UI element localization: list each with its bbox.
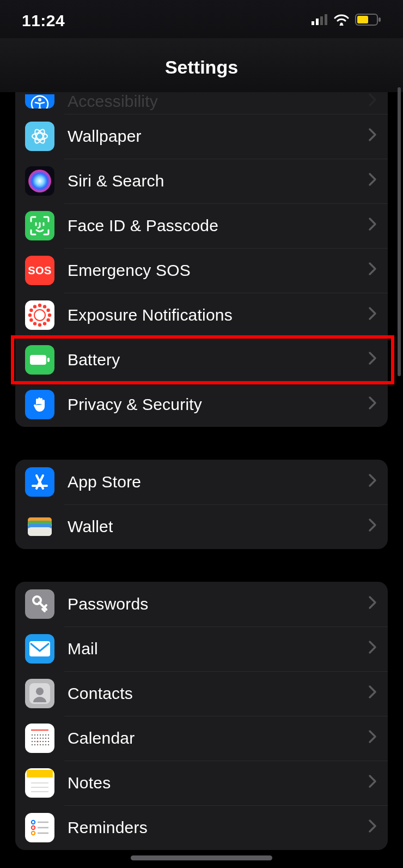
chevron-right-icon (368, 306, 377, 324)
svg-point-28 (46, 309, 50, 312)
settings-row-calendar[interactable]: Calendar (15, 716, 388, 761)
row-label: Siri & Search (68, 172, 368, 190)
svg-point-49 (42, 734, 44, 736)
svg-point-51 (48, 734, 49, 736)
svg-rect-30 (47, 358, 50, 362)
wallet-icon (25, 512, 54, 541)
settings-row-passwords[interactable]: Passwords (15, 582, 388, 626)
chevron-right-icon (368, 216, 377, 235)
svg-point-56 (42, 738, 44, 739)
settings-row-siri-search[interactable]: Siri & Search (15, 159, 388, 203)
svg-point-52 (32, 738, 33, 739)
settings-row-app-store[interactable]: App Store (15, 460, 388, 504)
row-label: Emergency SOS (68, 261, 368, 280)
svg-point-67 (34, 744, 35, 745)
svg-rect-7 (357, 16, 368, 23)
settings-row-exposure-notifications[interactable]: Exposure Notifications (15, 293, 388, 337)
siri-icon (25, 166, 54, 196)
notes-icon (25, 768, 54, 798)
svg-point-23 (28, 314, 32, 317)
home-indicator[interactable] (131, 855, 272, 860)
svg-point-43 (36, 688, 44, 695)
row-label: Wallet (68, 517, 368, 536)
svg-rect-38 (28, 527, 52, 536)
svg-point-58 (48, 738, 49, 739)
contacts-icon (25, 679, 54, 708)
settings-row-contacts[interactable]: Contacts (15, 671, 388, 716)
row-label: Privacy & Security (68, 395, 368, 414)
chevron-right-icon (368, 818, 377, 837)
chevron-right-icon (368, 395, 377, 414)
settings-row-reminders[interactable]: Reminders (15, 805, 388, 850)
chevron-right-icon (368, 261, 377, 280)
svg-point-71 (45, 744, 46, 745)
row-label: Passwords (68, 595, 368, 613)
svg-point-57 (45, 738, 46, 739)
chevron-right-icon (368, 640, 377, 658)
exposure-icon (25, 300, 54, 330)
sos-icon: SOS (25, 256, 54, 285)
svg-point-63 (42, 741, 44, 742)
chevron-right-icon (368, 684, 377, 703)
status-bar: 11:24 (0, 0, 403, 38)
faceid-icon (25, 211, 54, 240)
svg-point-50 (45, 734, 46, 736)
svg-point-22 (29, 318, 33, 322)
svg-rect-6 (378, 17, 381, 22)
svg-point-26 (38, 304, 41, 307)
chevron-right-icon (368, 517, 377, 536)
chevron-right-icon (368, 92, 377, 111)
settings-row-wallpaper[interactable]: Wallpaper (15, 114, 388, 159)
settings-row-privacy-security[interactable]: Privacy & Security (15, 382, 388, 427)
battery-icon (25, 345, 54, 375)
settings-row-battery[interactable]: Battery (15, 337, 388, 382)
svg-point-54 (37, 738, 38, 739)
appstore-icon (25, 467, 54, 497)
svg-point-60 (34, 741, 35, 742)
svg-point-18 (46, 318, 50, 322)
settings-row-mail[interactable]: Mail (15, 626, 388, 671)
svg-rect-74 (31, 730, 48, 731)
settings-row-emergency-sos[interactable]: SOSEmergency SOS (15, 248, 388, 293)
row-label: Exposure Notifications (68, 306, 368, 324)
svg-rect-3 (325, 14, 327, 25)
svg-point-21 (33, 322, 36, 325)
chevron-right-icon (368, 595, 377, 613)
svg-point-69 (40, 744, 41, 745)
settings-scroll[interactable]: AccessibilityWallpaperSiri & SearchFace … (0, 92, 403, 850)
svg-point-16 (34, 310, 45, 321)
settings-row-wallet[interactable]: Wallet (15, 504, 388, 549)
svg-point-53 (34, 738, 35, 739)
row-label: Reminders (68, 818, 368, 837)
svg-point-68 (37, 744, 38, 745)
accessibility-icon (25, 94, 54, 108)
chevron-right-icon (368, 172, 377, 190)
svg-point-46 (34, 734, 35, 736)
wallpaper-icon (25, 122, 54, 151)
settings-row-faceid-passcode[interactable]: Face ID & Passcode (15, 203, 388, 248)
svg-point-64 (45, 741, 46, 742)
settings-row-accessibility[interactable]: Accessibility (15, 92, 388, 114)
row-label: App Store (68, 473, 368, 491)
svg-rect-29 (30, 355, 46, 365)
row-label: Calendar (68, 729, 368, 748)
svg-point-72 (48, 744, 49, 745)
row-label: Mail (68, 640, 368, 658)
svg-point-70 (42, 744, 44, 745)
svg-point-27 (43, 305, 46, 308)
settings-row-notes[interactable]: Notes (15, 761, 388, 805)
svg-point-25 (33, 305, 36, 308)
svg-point-19 (43, 322, 46, 325)
svg-rect-78 (27, 776, 53, 777)
scrollbar-thumb[interactable] (398, 87, 401, 376)
svg-point-47 (37, 734, 38, 736)
calendar-icon (25, 724, 54, 753)
battery-status-icon (355, 14, 381, 28)
svg-point-55 (40, 738, 41, 739)
chevron-right-icon (368, 729, 377, 748)
row-label: Face ID & Passcode (68, 216, 368, 235)
svg-point-66 (32, 744, 33, 745)
row-label: Accessibility (68, 92, 368, 111)
svg-point-62 (40, 741, 41, 742)
svg-point-9 (38, 98, 41, 101)
